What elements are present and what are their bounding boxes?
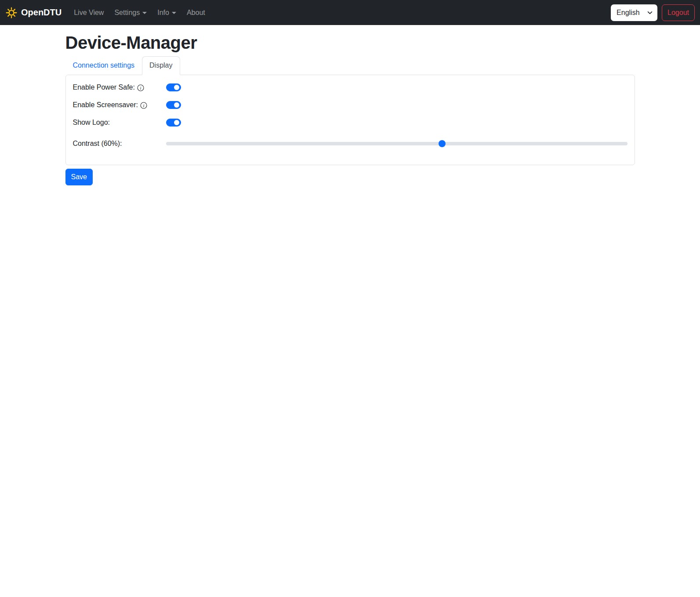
- navbar: OpenDTU Live View Settings Info About En…: [0, 0, 700, 25]
- info-icon[interactable]: i: [140, 102, 147, 109]
- display-settings-card: Enable Power Safe: i Enable Screensaver:: [65, 75, 635, 165]
- contrast-row: Contrast (60%):: [73, 138, 627, 149]
- show-logo-toggle[interactable]: [166, 119, 181, 127]
- contrast-slider[interactable]: [166, 140, 627, 147]
- tab-display[interactable]: Display: [142, 56, 180, 75]
- power-safe-toggle[interactable]: [166, 83, 181, 91]
- tab-connection-settings[interactable]: Connection settings: [65, 56, 142, 75]
- nav-item-info[interactable]: Info: [154, 5, 180, 20]
- screensaver-row: Enable Screensaver: i: [73, 100, 627, 110]
- nav-item-settings[interactable]: Settings: [111, 5, 150, 20]
- svg-text:i: i: [140, 85, 141, 90]
- nav-item-live-view[interactable]: Live View: [70, 5, 107, 20]
- brand-label: OpenDTU: [21, 7, 62, 18]
- language-select[interactable]: English: [611, 4, 657, 21]
- caret-down-icon: [142, 12, 147, 14]
- contrast-label: Contrast (60%):: [73, 138, 166, 149]
- tab-bar: Connection settings Display: [65, 56, 635, 75]
- screensaver-toggle[interactable]: [166, 101, 181, 109]
- show-logo-label: Show Logo:: [73, 117, 166, 128]
- brand-link[interactable]: OpenDTU: [5, 7, 62, 19]
- contrast-slider-thumb[interactable]: [439, 140, 446, 147]
- sun-icon: [5, 7, 18, 19]
- caret-down-icon: [172, 12, 176, 14]
- power-safe-label: Enable Power Safe: i: [73, 82, 166, 93]
- nav-menu: Live View Settings Info About: [69, 5, 611, 20]
- info-icon[interactable]: i: [137, 84, 144, 91]
- save-button[interactable]: Save: [65, 169, 93, 185]
- language-selected-value: English: [617, 9, 639, 17]
- nav-item-about[interactable]: About: [183, 5, 209, 20]
- page-title: Device-Manager: [65, 33, 635, 53]
- power-safe-row: Enable Power Safe: i: [73, 82, 627, 93]
- logout-button[interactable]: Logout: [662, 4, 695, 21]
- chevron-down-icon: [647, 10, 653, 16]
- show-logo-row: Show Logo:: [73, 117, 627, 128]
- main-container: Device-Manager Connection settings Displ…: [60, 33, 640, 185]
- contrast-slider-track[interactable]: [166, 142, 627, 145]
- svg-text:i: i: [143, 103, 145, 108]
- screensaver-label: Enable Screensaver: i: [73, 100, 166, 110]
- navbar-right: English Logout: [611, 4, 695, 21]
